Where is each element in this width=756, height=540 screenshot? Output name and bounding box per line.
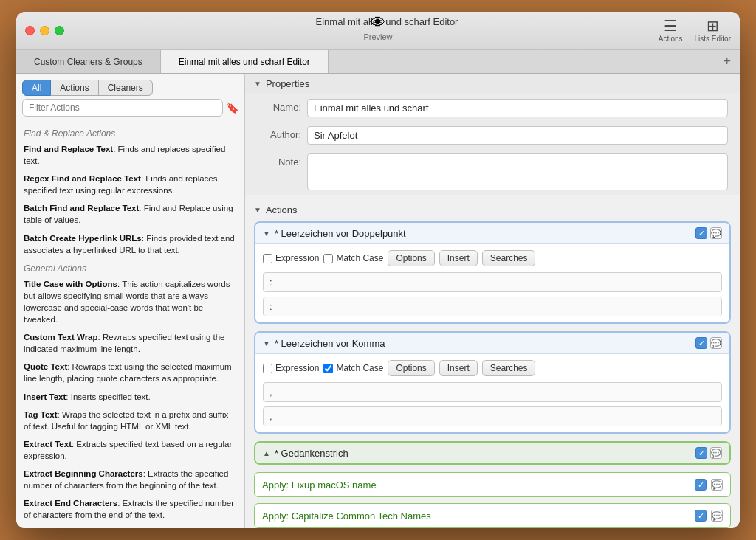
preview-icon: 👁 — [370, 15, 386, 31]
expression-checkbox[interactable]: Expression — [263, 253, 319, 263]
actions-icon: ☰ — [664, 18, 677, 33]
filter-tab-cleaners[interactable]: Cleaners — [99, 80, 153, 96]
actions-section-header[interactable]: ▼ Actions — [254, 201, 731, 221]
searches-button-komma[interactable]: Searches — [482, 360, 536, 376]
section-find-replace: Find & Replace Actions — [24, 124, 237, 140]
filter-tab-all[interactable]: All — [22, 80, 51, 96]
name-row: Name: Einmal mit alles und scharf — [245, 94, 740, 122]
name-field[interactable]: Einmal mit alles und scharf — [307, 99, 728, 117]
titlebar: Einmal mit alles und scharf Editor 👁 Pre… — [16, 12, 740, 50]
tabbar: Custom Cleaners & Groups Einmal mit alle… — [16, 50, 740, 74]
list-item[interactable]: Find and Replace Text: Finds and replace… — [24, 140, 237, 170]
list-item[interactable]: Title Case with Options: This action cap… — [24, 275, 237, 328]
field1-komma[interactable] — [263, 382, 722, 402]
list-item[interactable]: Tag Text: Wraps the selected text in a p… — [24, 406, 237, 435]
action-block-body-komma: Expression Match Case Options Insert Sea… — [255, 354, 729, 432]
action-block-header-komma[interactable]: ▼ * Leerzeichen vor Komma ✓ 💬 — [255, 333, 729, 354]
apply-comment-icon[interactable]: 💬 — [711, 479, 723, 491]
triangle-icon: ▼ — [263, 339, 270, 347]
action-block-header-gedankenstrich[interactable]: ▲ * Gedankenstrich ✓ 💬 — [255, 443, 729, 463]
block-comment-icon[interactable]: 💬 — [710, 337, 722, 349]
options-row: Expression Match Case Options Insert Sea… — [263, 360, 722, 376]
minimize-button[interactable] — [40, 26, 49, 35]
options-button[interactable]: Options — [388, 250, 434, 266]
toolbar-actions: ☰ Actions ⊞ Lists Editor — [659, 18, 731, 43]
list-item[interactable]: Quote Text: Rewraps text using the selec… — [24, 358, 237, 387]
list-item[interactable]: Custom Text Wrap: Rewraps specified text… — [24, 328, 237, 358]
filter-row: All Actions Cleaners — [16, 74, 244, 99]
searches-button[interactable]: Searches — [482, 250, 536, 266]
main-window: Einmal mit alles und scharf Editor 👁 Pre… — [16, 12, 740, 528]
bookmark-icon[interactable]: 🔖 — [226, 102, 238, 114]
section-general-actions: General Actions — [24, 259, 237, 275]
actions-toolbar-button[interactable]: ☰ Actions — [659, 18, 683, 43]
action-block-komma: ▼ * Leerzeichen vor Komma ✓ 💬 Expression — [254, 331, 731, 434]
tab-editor[interactable]: Einmal mit alles und scharf Editor — [161, 50, 329, 73]
apply-block-fixup: Apply: Fixup macOS name ✓ 💬 — [254, 472, 731, 497]
search-input[interactable] — [22, 99, 223, 117]
list-item[interactable]: Regex Find and Replace Text: Finds and r… — [24, 170, 237, 199]
tab-custom-cleaners[interactable]: Custom Cleaners & Groups — [16, 50, 161, 73]
insert-button[interactable]: Insert — [439, 250, 478, 266]
block-enable-checkbox[interactable]: ✓ — [695, 337, 707, 349]
options-button-komma[interactable]: Options — [388, 360, 434, 376]
list-item[interactable]: Extract Middle Characters: Extracts the.… — [24, 524, 237, 528]
right-panel: ▼ Properties Name: Einmal mit alles und … — [245, 74, 740, 528]
apply-enable-checkbox[interactable]: ✓ — [695, 479, 707, 491]
triangle-icon: ▼ — [254, 206, 261, 214]
list-item[interactable]: Insert Text: Inserts specified text. — [24, 388, 237, 406]
properties-section: ▼ Properties Name: Einmal mit alles und … — [245, 74, 740, 195]
action-block-doppelpunkt: ▼ * Leerzeichen vor Doppelpunkt ✓ 💬 Expr… — [254, 221, 731, 324]
list-item[interactable]: Extract Text: Extracts specified text ba… — [24, 435, 237, 465]
block-enable-checkbox[interactable]: ✓ — [695, 447, 707, 459]
field2-komma[interactable] — [263, 406, 722, 426]
field1-doppelpunkt[interactable] — [263, 272, 722, 292]
note-field[interactable] — [307, 153, 728, 190]
maximize-button[interactable] — [55, 26, 64, 35]
triangle-icon: ▼ — [263, 229, 270, 238]
search-row: 🔖 — [16, 99, 244, 121]
close-button[interactable] — [25, 26, 35, 35]
block-controls: ✓ 💬 — [695, 447, 722, 459]
author-row: Author: Sir Apfelot — [245, 122, 740, 149]
block-comment-icon[interactable]: 💬 — [710, 227, 722, 239]
block-comment-icon[interactable]: 💬 — [710, 447, 722, 459]
note-row: Note: — [245, 149, 740, 195]
field2-doppelpunkt[interactable] — [263, 297, 722, 316]
action-block-header-doppelpunkt[interactable]: ▼ * Leerzeichen vor Doppelpunkt ✓ 💬 — [255, 223, 729, 244]
lists-editor-button[interactable]: ⊞ Lists Editor — [695, 18, 731, 43]
main-content: All Actions Cleaners 🔖 Find & Replace Ac… — [16, 74, 740, 528]
expression-checkbox-komma[interactable]: Expression — [263, 363, 319, 373]
add-tab-button[interactable]: + — [714, 50, 740, 73]
list-item[interactable]: Batch Create Hyperlink URLs: Finds provi… — [24, 229, 237, 259]
preview-button[interactable]: 👁 Preview — [363, 15, 392, 41]
block-controls: ✓ 💬 — [695, 337, 722, 349]
traffic-lights — [25, 26, 64, 35]
match-case-checkbox[interactable]: Match Case — [323, 253, 383, 263]
triangle-icon: ▼ — [254, 80, 261, 88]
list-item[interactable]: Extract Beginning Characters: Extracts t… — [24, 465, 237, 494]
lists-editor-icon: ⊞ — [707, 18, 719, 33]
block-enable-checkbox[interactable]: ✓ — [695, 227, 707, 239]
apply-block-capitalize: Apply: Capitalize Common Tech Names ✓ 💬 — [254, 503, 731, 528]
insert-button-komma[interactable]: Insert — [439, 360, 478, 376]
apply-comment-icon[interactable]: 💬 — [711, 510, 723, 522]
properties-header[interactable]: ▼ Properties — [245, 74, 740, 94]
action-block-gedankenstrich: ▲ * Gedankenstrich ✓ 💬 — [254, 441, 731, 465]
triangle-icon: ▲ — [263, 449, 270, 457]
filter-tabs: All Actions Cleaners — [22, 80, 153, 96]
sidebar-content: Find & Replace Actions Find and Replace … — [16, 121, 244, 528]
list-item[interactable]: Extract End Characters: Extracts the spe… — [24, 494, 237, 524]
filter-tab-actions[interactable]: Actions — [51, 80, 98, 96]
sidebar: All Actions Cleaners 🔖 Find & Replace Ac… — [16, 74, 245, 528]
apply-enable-checkbox[interactable]: ✓ — [695, 510, 707, 522]
block-controls: ✓ 💬 — [695, 227, 722, 239]
action-block-body-doppelpunkt: Expression Match Case Options Insert Sea… — [255, 244, 729, 322]
actions-section: ▼ Actions ▼ * Leerzeichen vor Doppelpunk… — [245, 195, 740, 528]
list-item[interactable]: Batch Find and Replace Text: Find and Re… — [24, 199, 237, 229]
options-row: Expression Match Case Options Insert Sea… — [263, 250, 722, 266]
match-case-checkbox-komma[interactable]: Match Case — [323, 363, 383, 373]
author-field[interactable]: Sir Apfelot — [307, 126, 728, 145]
